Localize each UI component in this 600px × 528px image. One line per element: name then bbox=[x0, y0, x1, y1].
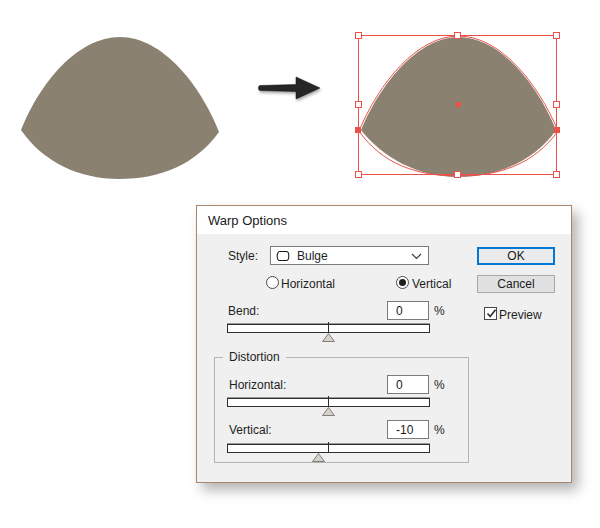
bbox-handle-middle-right[interactable] bbox=[553, 101, 560, 108]
style-label: Style: bbox=[228, 249, 258, 263]
slider-center-tick bbox=[328, 396, 329, 406]
radio-horizontal[interactable] bbox=[266, 276, 279, 289]
distortion-horizontal-input[interactable] bbox=[387, 375, 429, 394]
radio-horizontal-label: Horizontal bbox=[281, 277, 335, 291]
original-bulge-shape[interactable] bbox=[20, 36, 220, 180]
radio-vertical-label: Vertical bbox=[412, 277, 451, 291]
ok-button[interactable]: OK bbox=[477, 247, 555, 265]
original-shape-path[interactable] bbox=[21, 37, 219, 179]
bbox-handle-bottom-center[interactable] bbox=[454, 171, 461, 178]
distortion-vertical-input[interactable] bbox=[387, 420, 429, 439]
ok-button-label: OK bbox=[507, 249, 524, 263]
distortion-vertical-thumb[interactable] bbox=[312, 453, 325, 462]
anchor-point-right[interactable] bbox=[554, 127, 560, 133]
checkmark-icon bbox=[486, 308, 497, 319]
bbox-handle-bottom-left[interactable] bbox=[355, 171, 362, 178]
slider-center-tick bbox=[328, 322, 329, 332]
bbox-handle-bottom-right[interactable] bbox=[553, 171, 560, 178]
bend-unit: % bbox=[434, 304, 445, 318]
anchor-point-left[interactable] bbox=[355, 127, 361, 133]
bbox-handle-top-left[interactable] bbox=[355, 32, 362, 39]
warp-options-dialog: Warp Options Style: Bulge Horizontal Ver… bbox=[196, 205, 572, 483]
distortion-vertical-slider[interactable] bbox=[227, 444, 430, 453]
distortion-horizontal-label: Horizontal: bbox=[229, 378, 286, 392]
bbox-handle-middle-left[interactable] bbox=[355, 101, 362, 108]
slider-center-tick bbox=[328, 442, 329, 452]
dialog-title: Warp Options bbox=[208, 213, 287, 228]
selected-artwork-group bbox=[352, 28, 566, 184]
bend-slider[interactable] bbox=[227, 324, 430, 333]
chevron-down-icon bbox=[411, 253, 422, 260]
cancel-button-label: Cancel bbox=[497, 277, 534, 291]
bend-slider-thumb[interactable] bbox=[322, 333, 335, 342]
distortion-legend: Distortion bbox=[223, 350, 286, 364]
screenshot-stage: Warp Options Style: Bulge Horizontal Ver… bbox=[0, 0, 600, 528]
style-dropdown[interactable]: Bulge bbox=[270, 246, 429, 265]
distortion-horizontal-slider[interactable] bbox=[227, 398, 430, 407]
distortion-horizontal-unit: % bbox=[434, 378, 445, 392]
preview-label: Preview bbox=[499, 308, 542, 322]
shape-center-point[interactable] bbox=[456, 102, 461, 107]
radio-vertical[interactable] bbox=[396, 276, 409, 289]
bend-label: Bend: bbox=[228, 304, 259, 318]
bend-value-input[interactable] bbox=[387, 301, 429, 320]
dialog-titlebar[interactable]: Warp Options bbox=[197, 206, 571, 234]
bbox-handle-top-right[interactable] bbox=[553, 32, 560, 39]
transform-arrow-icon bbox=[256, 72, 324, 106]
radio-selected-dot bbox=[399, 279, 406, 286]
distortion-vertical-unit: % bbox=[434, 423, 445, 437]
distortion-horizontal-thumb[interactable] bbox=[322, 407, 335, 416]
cancel-button[interactable]: Cancel bbox=[477, 275, 555, 293]
preview-checkbox[interactable] bbox=[484, 307, 497, 320]
style-dropdown-value: Bulge bbox=[297, 249, 328, 263]
bbox-handle-top-center[interactable] bbox=[454, 32, 461, 39]
bulge-warp-icon bbox=[276, 249, 290, 263]
distortion-vertical-label: Vertical: bbox=[229, 423, 272, 437]
